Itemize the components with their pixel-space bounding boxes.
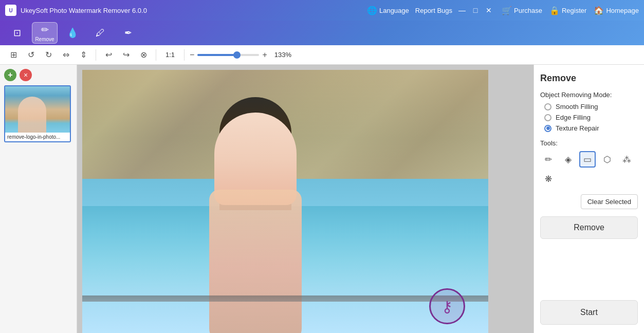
drop-tool-button[interactable]: 💧	[60, 22, 85, 44]
rect-select-icon: ▭	[583, 154, 592, 165]
rect-select-tool-button[interactable]: ▭	[579, 151, 596, 168]
thumbnail-image	[5, 86, 70, 133]
language-button[interactable]: 🌐 Language	[367, 6, 409, 15]
rotate-ccw-button[interactable]: ↺	[24, 48, 38, 62]
purchase-button[interactable]: 🛒 Purchase	[502, 6, 542, 15]
rotate-ccw-icon: ↺	[28, 50, 34, 60]
flip-v-button[interactable]: ⇕	[76, 48, 90, 62]
zoom-ratio[interactable]: 1:1	[165, 51, 175, 59]
zoom-track	[197, 54, 234, 56]
zoom-slider[interactable]	[197, 54, 259, 56]
magic-wand-tool-button[interactable]: ⁂	[618, 151, 635, 168]
app-title: UkeySoft Photo Watermark Remover 6.0.0	[21, 7, 367, 14]
photo-canvas: ⚷	[82, 70, 488, 333]
magic-wand-icon: ⁂	[622, 154, 631, 165]
edge-filling-option[interactable]: Edge Filling	[544, 114, 638, 121]
rotate-cw-button[interactable]: ↻	[41, 48, 56, 62]
watermark-circle: ⚷	[429, 288, 465, 324]
remove-file-button[interactable]: ×	[20, 69, 32, 81]
tools-label: Tools:	[540, 139, 638, 147]
smooth-filling-radio[interactable]	[544, 103, 551, 110]
remove-tool-button[interactable]: ✏ Remove	[32, 22, 58, 44]
zoom-thumb[interactable]	[233, 51, 241, 59]
zoom-minus-btn[interactable]: −	[190, 50, 194, 60]
clear-selected-container: Clear Selected	[540, 194, 638, 209]
redo-icon: ↪	[123, 50, 130, 60]
object-removing-mode-label: Object Removing Mode:	[540, 91, 638, 99]
smooth-filling-option[interactable]: Smooth Filling	[544, 103, 638, 110]
grid-button[interactable]: ⊞	[6, 48, 21, 62]
zoom-percent: 133%	[274, 51, 295, 59]
cancel-button[interactable]: ⊗	[136, 48, 151, 62]
body	[209, 190, 302, 333]
flip-h-button[interactable]: ⇔	[59, 48, 73, 62]
eraser-icon: ◈	[565, 154, 572, 165]
crop-tool-button[interactable]: ⊡	[4, 22, 30, 44]
file-thumbnail[interactable]: remove-logo-in-photo...	[4, 85, 71, 142]
tools-section: Tools: ✏ ◈ ▭ ⬡ ⁂ ❋	[540, 139, 638, 187]
remove-button[interactable]: Remove	[540, 216, 638, 239]
watermark-symbol: ⚷	[441, 298, 453, 316]
language-icon: 🌐	[367, 6, 377, 15]
cancel-icon: ⊗	[140, 50, 147, 60]
object-removing-mode-section: Object Removing Mode: Smooth Filling Edg…	[540, 91, 638, 132]
top-nav: 🌐 Language Report Bugs	[367, 6, 452, 15]
watermark: ⚷	[427, 286, 468, 327]
main-area: + × remove-logo-in-photo...	[0, 65, 644, 333]
crop-icon: ⊡	[13, 27, 21, 39]
minimize-button[interactable]: —	[457, 6, 467, 15]
close-button[interactable]: ✕	[484, 6, 493, 15]
panel-title: Remove	[540, 73, 638, 84]
texture-repair-radio[interactable]	[544, 125, 551, 132]
flood-fill-tool-button[interactable]: ❋	[540, 171, 557, 187]
picker-tool-button[interactable]: ✒	[115, 22, 141, 44]
maximize-button[interactable]: □	[471, 6, 480, 15]
undo-icon: ↩	[105, 50, 112, 60]
radio-group: Smooth Filling Edge Filling Texture Repa…	[544, 103, 638, 132]
purchase-icon: 🛒	[502, 6, 512, 15]
redo-button[interactable]: ↪	[119, 48, 133, 62]
pen-icon: 🖊	[96, 28, 105, 39]
register-button[interactable]: 🔒 Register	[549, 6, 586, 15]
homepage-button[interactable]: 🏠 Homepage	[594, 6, 639, 15]
tools-row: ✏ ◈ ▭ ⬡ ⁂ ❋	[540, 151, 638, 187]
file-panel: + × remove-logo-in-photo...	[0, 65, 77, 333]
edge-filling-label: Edge Filling	[556, 114, 591, 121]
grid-icon: ⊞	[10, 50, 17, 60]
picker-icon: ✒	[124, 27, 132, 39]
edge-filling-radio[interactable]	[544, 114, 551, 121]
pen-tool-button[interactable]: 🖊	[87, 22, 113, 44]
rotate-cw-icon: ↻	[45, 50, 52, 60]
brush-tool-button[interactable]: ✏	[540, 151, 557, 168]
window-controls: — □ ✕	[457, 6, 493, 15]
photo-image[interactable]: ⚷	[82, 70, 488, 333]
canvas-area[interactable]: ⚷	[77, 65, 533, 333]
file-name: remove-logo-in-photo...	[5, 133, 70, 141]
app-logo: U	[5, 5, 16, 16]
drop-icon: 💧	[67, 27, 78, 39]
separator-1	[96, 49, 96, 61]
radio-dot	[546, 126, 550, 130]
title-bar: U UkeySoft Photo Watermark Remover 6.0.0…	[0, 0, 644, 21]
eraser-tool-button[interactable]: ◈	[560, 151, 576, 168]
flood-fill-icon: ❋	[545, 174, 552, 184]
right-panel: Remove Object Removing Mode: Smooth Fill…	[533, 65, 644, 333]
start-button[interactable]: Start	[540, 300, 638, 325]
lasso-tool-button[interactable]: ⬡	[599, 151, 615, 168]
file-panel-toolbar: + ×	[4, 69, 72, 81]
remove-tool-icon: ✏	[41, 24, 49, 35]
register-icon: 🔒	[549, 6, 560, 15]
homepage-icon: 🏠	[594, 6, 604, 15]
zoom-plus-btn[interactable]: +	[262, 50, 267, 60]
toolbar-strip: ⊡ ✏ Remove 💧 🖊 ✒	[0, 21, 644, 45]
clear-selected-button[interactable]: Clear Selected	[581, 194, 638, 209]
lasso-icon: ⬡	[603, 154, 611, 165]
add-file-button[interactable]: +	[4, 69, 16, 81]
flip-h-icon: ⇔	[63, 50, 69, 60]
undo-button[interactable]: ↩	[101, 48, 116, 62]
remove-tool-label: Remove	[35, 36, 54, 42]
texture-repair-option[interactable]: Texture Repair	[544, 124, 638, 132]
secondary-toolbar: ⊞ ↺ ↻ ⇔ ⇕ ↩ ↪ ⊗ 1:1 − + 133%	[0, 45, 644, 65]
report-bugs-button[interactable]: Report Bugs	[415, 7, 452, 14]
brush-icon: ✏	[545, 154, 552, 165]
